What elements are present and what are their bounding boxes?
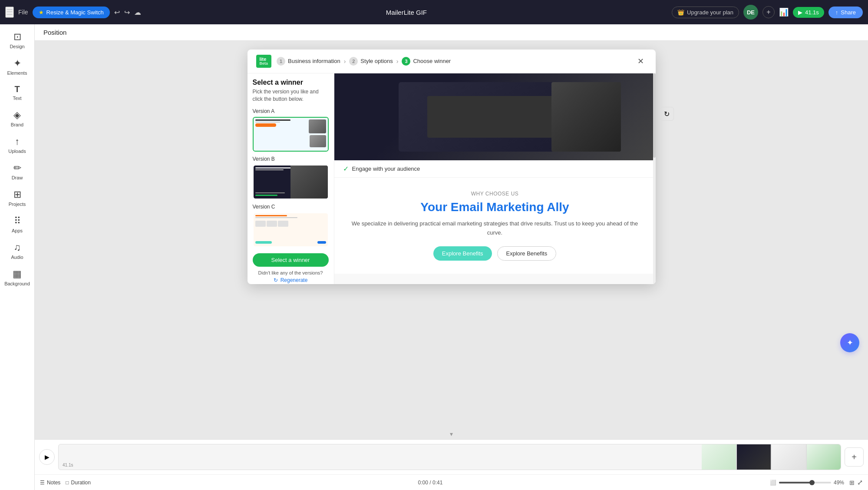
redo-button[interactable]: ↪ (124, 8, 130, 17)
sidebar-item-label: Background (4, 281, 30, 286)
step-3: 3 Choose winner (402, 57, 451, 66)
document-title: MailerLite GIF (386, 9, 427, 16)
position-title: Position (43, 29, 66, 36)
sidebar-item-audio[interactable]: ♫ Audio (2, 238, 33, 263)
version-c-row-1 (255, 215, 326, 216)
drag-handle[interactable]: ▾ (450, 430, 453, 437)
topbar-center: MailerLite GIF (146, 9, 667, 16)
stat-box (255, 221, 266, 227)
timeline-thumbnails (702, 444, 841, 470)
sidebar-item-elements[interactable]: ✦ Elements (2, 54, 33, 79)
select-winner-title: Select a winner (253, 79, 329, 86)
timeline-track[interactable]: 41.1s (58, 444, 841, 470)
sidebar-item-label: Projects (9, 202, 26, 207)
version-c-btn2 (317, 241, 326, 244)
version-a-img (309, 119, 326, 133)
sidebar-item-label: Text (13, 96, 21, 101)
menu-button[interactable]: ☰ (5, 7, 14, 18)
modal-close-button[interactable]: ✕ (635, 55, 647, 67)
version-a-label: Version A (253, 108, 329, 114)
add-page-button[interactable]: + (845, 447, 864, 467)
status-bar: ☰ Notes □ Duration 0:00 / 0:41 ⬜ 49% (35, 474, 868, 490)
topbar-right: 👑 Upgrade your plan DE + 📊 ▶ 41.1s ↑ Sha… (672, 5, 863, 20)
upgrade-button[interactable]: 👑 Upgrade your plan (672, 7, 739, 18)
why-section: Why Choose Us Your Email Marketing Ally … (334, 178, 656, 274)
checkmark-text: Engage with your audience (352, 166, 420, 172)
canvas-wrapper: Position lite Beta 1 Business informatio… (35, 24, 868, 490)
modal-container: lite Beta 1 Business information › 2 Sty… (248, 50, 656, 284)
left-sidebar: ⊡ Design ✦ Elements T Text ◈ Brand ↑ Upl… (0, 24, 35, 490)
vt-bar (255, 215, 287, 216)
play-time-button[interactable]: ▶ 41.1s (793, 7, 824, 18)
preview-panel: ✓ Engage with your audience Why Choose U… (334, 73, 656, 284)
regenerate-button[interactable]: ↻ Regenerate (253, 275, 329, 284)
timeline-thumb-4 (807, 444, 841, 470)
view-controls: ⊞ ⤢ (849, 478, 863, 487)
checkmark-icon: ✓ (343, 165, 349, 173)
version-a-preview[interactable] (253, 117, 329, 152)
version-c-thumb (254, 213, 328, 246)
stat-box (278, 221, 288, 227)
version-c-row-2 (255, 217, 326, 218)
file-menu-button[interactable]: File (18, 9, 28, 16)
why-desc: We specialize in delivering practical em… (352, 219, 638, 238)
sidebar-item-text[interactable]: T Text (2, 81, 33, 104)
version-c-bg (254, 213, 328, 246)
sidebar-item-background[interactable]: ▦ Background (2, 265, 33, 290)
uploads-icon: ↑ (15, 136, 20, 147)
version-b-label: Version B (253, 156, 329, 162)
share-button[interactable]: ↑ Share (828, 7, 863, 18)
version-b-bar (255, 192, 285, 193)
sidebar-item-projects[interactable]: ⊞ Projects (2, 185, 33, 210)
add-collaborator-button[interactable]: + (762, 6, 775, 18)
step-2-label: Style options (360, 58, 393, 64)
timeline-time-label: 41.1s (61, 462, 74, 468)
magic-switch-button[interactable]: ★ Resize & Magic Switch (33, 7, 110, 18)
why-subtitle: Why Choose Us (352, 191, 638, 197)
notes-button[interactable]: ☰ Notes (40, 480, 60, 486)
design-icon: ⊡ (13, 31, 21, 43)
logo-beta: Beta (260, 62, 268, 66)
apps-icon: ⠿ (14, 215, 21, 227)
benefits-row: Explore Benefits Explore Benefits (352, 246, 638, 261)
version-b-preview[interactable] (253, 165, 329, 199)
version-c-preview[interactable] (253, 212, 329, 247)
sidebar-item-apps[interactable]: ⠿ Apps (2, 212, 33, 237)
regenerate-icon: ↻ (274, 277, 278, 283)
timeline-play-button[interactable]: ▶ (39, 449, 55, 465)
modal-refresh-button[interactable]: ↻ (660, 107, 674, 121)
logo-badge: lite Beta (256, 55, 272, 68)
sidebar-item-uploads[interactable]: ↑ Uploads (2, 132, 33, 157)
sidebar-item-label: Brand (11, 122, 23, 127)
elements-icon: ✦ (13, 58, 21, 69)
fullscreen-button[interactable]: ⤢ (857, 478, 863, 487)
topbar: ☰ File ★ Resize & Magic Switch ↩ ↪ ☁ Mai… (0, 0, 868, 24)
select-winner-button[interactable]: Select a winner (253, 253, 329, 267)
avatar-button[interactable]: DE (743, 5, 758, 20)
zoom-percent-label: 49% (834, 480, 844, 486)
version-b-img (290, 166, 328, 199)
duration-button[interactable]: □ Duration (66, 480, 91, 486)
preview-scrollbar[interactable] (653, 73, 656, 284)
zoom-slider-thumb[interactable] (809, 480, 815, 485)
magic-fab-button[interactable]: ✦ (840, 333, 859, 352)
star-icon: ★ (39, 9, 44, 16)
modal-body: Select a winner Pick the version you lik… (248, 73, 656, 284)
timeline-area: ▶ 41.1s + (35, 440, 868, 474)
explore-benefits-secondary-button[interactable]: Explore Benefits (497, 246, 557, 261)
explore-benefits-primary-button[interactable]: Explore Benefits (433, 246, 492, 261)
hero-img-inner (334, 73, 656, 160)
position-panel: Position (35, 24, 868, 41)
version-c-label: Version C (253, 204, 329, 210)
grid-view-button[interactable]: ⊞ (849, 479, 855, 486)
cloud-save-button[interactable]: ☁ (134, 8, 141, 17)
version-c-btn (255, 241, 272, 244)
sidebar-item-draw[interactable]: ✏ Draw (2, 159, 33, 184)
sidebar-item-design[interactable]: ⊡ Design (2, 28, 33, 53)
version-c-stats (255, 221, 326, 227)
undo-button[interactable]: ↩ (114, 8, 120, 17)
sidebar-item-brand[interactable]: ◈ Brand (2, 106, 33, 131)
notes-icon: ☰ (40, 480, 45, 486)
zoom-slider[interactable] (779, 482, 831, 483)
analytics-button[interactable]: 📊 (779, 7, 789, 17)
